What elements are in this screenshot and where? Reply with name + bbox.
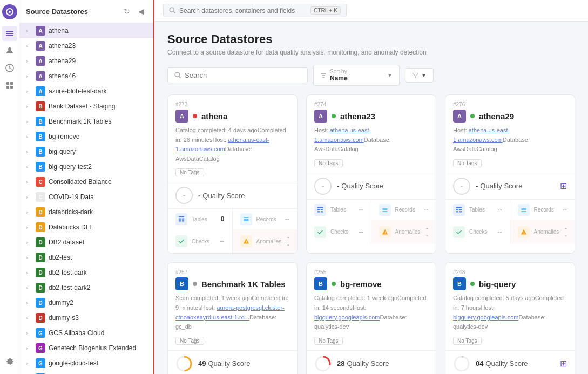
- svg-text:!: !: [384, 231, 386, 234]
- sidebar-item[interactable]: › C Consolidated Balance: [19, 174, 153, 189]
- records-icon: [379, 204, 391, 216]
- sidebar-item-label: DB2 dataset: [49, 239, 149, 246]
- sidebar-chevron-icon: ›: [26, 164, 32, 170]
- sidebar-item-ds-icon: A: [36, 56, 45, 66]
- distribute-button[interactable]: ⊞: [560, 181, 567, 191]
- sidebar-item[interactable]: › D dummy-s3: [19, 310, 153, 325]
- svg-rect-9: [6, 86, 9, 89]
- tables-cell: Tables 0: [168, 209, 233, 229]
- svg-rect-29: [321, 209, 323, 210]
- checks-cell: Checks --: [307, 220, 371, 244]
- card-header: #257 B Benchmark 1K Tables Scan complete…: [168, 263, 297, 350]
- sidebar-chevron-icon: ›: [26, 89, 32, 94]
- sidebar-item-label: COVID-19 Data: [49, 193, 149, 201]
- sidebar-item[interactable]: › B bg-remove: [19, 129, 153, 144]
- sidebar-item[interactable]: › A athena23: [19, 38, 153, 53]
- sidebar-item-label: db2-test: [49, 254, 149, 261]
- sidebar-item[interactable]: › D DB2 dataset: [19, 235, 153, 250]
- card-meta: Catalog completed: 4 days agoCompleted i…: [175, 126, 289, 164]
- sidebar-item[interactable]: › D db2-test: [19, 250, 153, 265]
- anomalies-cell: ! Anomalies --: [510, 220, 575, 244]
- sidebar-chevron-icon: ›: [26, 119, 32, 125]
- card-tags: No Tags: [453, 159, 567, 167]
- card-status-dot: [332, 282, 336, 286]
- sidebar-item[interactable]: › G GCS Alibaba Cloud: [19, 325, 153, 341]
- tables-icon: [314, 204, 326, 216]
- datastore-card[interactable]: #257 B Benchmark 1K Tables Scan complete…: [167, 262, 298, 374]
- tables-cell: Tables --: [445, 200, 510, 220]
- card-ds-icon: A: [314, 110, 327, 123]
- sidebar-item[interactable]: › A athena: [19, 23, 153, 38]
- card-header: #276 A athena29 Host: athena.us-east-1.a…: [445, 95, 575, 173]
- datastore-card[interactable]: #255 B bg-remove Catalog completed: 1 we…: [306, 262, 436, 374]
- quality-circle: -: [314, 178, 332, 195]
- card-tags: No Tags: [453, 336, 567, 345]
- nav-settings[interactable]: [2, 355, 17, 370]
- sidebar-item-ds-icon: D: [36, 268, 45, 277]
- search-box[interactable]: [167, 67, 308, 83]
- sidebar-item[interactable]: › D databricks-dark: [19, 205, 153, 220]
- filter-button[interactable]: ▼: [405, 68, 434, 83]
- icon-bar: [0, 0, 19, 374]
- svg-rect-19: [179, 219, 181, 220]
- sort-select[interactable]: Sort by Name ▼: [313, 65, 400, 86]
- sidebar-item[interactable]: › B big-query-test2: [19, 159, 153, 174]
- card-header: #248 B big-query Catalog completed: 5 da…: [445, 263, 575, 350]
- nav-activity[interactable]: [2, 60, 17, 76]
- sidebar-item-label: db2-test-dark2: [49, 284, 149, 291]
- sidebar-item[interactable]: › C COVID-19 Data: [19, 189, 153, 205]
- sidebar-chevron-icon: ›: [26, 285, 32, 291]
- datastore-card[interactable]: #274 A athena23 Host: athena.us-east-1.a…: [306, 94, 436, 254]
- sidebar-item-ds-icon: D: [36, 283, 45, 293]
- sidebar-item-label: Benchmark 1K Tables: [49, 118, 149, 125]
- datastore-card[interactable]: #276 A athena29 Host: athena.us-east-1.a…: [445, 94, 575, 254]
- tables-label: Tables: [469, 207, 485, 213]
- sidebar-item[interactable]: › A azure-blob-test-dark: [19, 84, 153, 99]
- sidebar-item[interactable]: › B big-query: [19, 144, 153, 159]
- page-title: Source Datastores: [167, 32, 575, 46]
- svg-rect-36: [456, 207, 462, 208]
- sidebar-item-ds-icon: B: [36, 162, 45, 172]
- topbar-search-box[interactable]: CTRL + K: [163, 4, 347, 17]
- svg-line-14: [179, 77, 181, 78]
- anomalies-value: --: [424, 225, 428, 240]
- checks-icon: [314, 226, 326, 238]
- card-meta: Scan completed: 1 week agoCompleted in: …: [175, 294, 289, 331]
- sidebar-chevron-icon: ›: [26, 300, 32, 306]
- sidebar-item-ds-icon: D: [36, 237, 45, 247]
- nav-catalog[interactable]: [2, 78, 17, 93]
- checks-label: Checks: [192, 239, 209, 244]
- sidebar-item-label: big-query: [49, 148, 149, 155]
- records-label: Records: [256, 216, 276, 222]
- datastore-card[interactable]: #248 B big-query Catalog completed: 5 da…: [445, 262, 575, 374]
- datastore-card[interactable]: #273 A athena Catalog completed: 4 days …: [167, 94, 298, 254]
- sidebar-item-label: azure-blob-test-dark: [49, 87, 149, 95]
- sidebar-item[interactable]: › D db2-test-dark: [19, 265, 153, 280]
- sidebar-item[interactable]: › G Genetech Biogenius Extended: [19, 341, 153, 356]
- card-name-row: A athena23: [314, 110, 428, 123]
- search-input[interactable]: [185, 71, 301, 79]
- nav-datastores[interactable]: [2, 26, 17, 41]
- collapse-button[interactable]: ◀: [135, 5, 147, 17]
- sidebar-item[interactable]: › G google_cloud_test2: [19, 371, 153, 374]
- sidebar-item-ds-icon: A: [36, 86, 45, 96]
- sidebar-item[interactable]: › B Bank Dataset - Staging: [19, 99, 153, 114]
- checks-cell: Checks --: [445, 220, 510, 244]
- sidebar-item[interactable]: › D db2-test-dark2: [19, 280, 153, 295]
- sidebar-item[interactable]: › G google-cloud-test: [19, 356, 153, 371]
- topbar-search-input[interactable]: [179, 7, 307, 15]
- sidebar-item[interactable]: › B Benchmark 1K Tables: [19, 114, 153, 129]
- nav-users[interactable]: [2, 43, 17, 58]
- sidebar-item[interactable]: › D dummy2: [19, 295, 153, 310]
- sidebar-chevron-icon: ›: [26, 209, 32, 215]
- sidebar-chevron-icon: ›: [26, 345, 32, 351]
- sidebar-item[interactable]: › A athena46: [19, 69, 153, 84]
- distribute-button[interactable]: ⊞: [560, 358, 567, 369]
- sidebar-item[interactable]: › A athena29: [19, 53, 153, 69]
- sidebar-item[interactable]: › D Databricks DLT: [19, 220, 153, 235]
- checks-value: --: [359, 228, 363, 236]
- quality-score-num: 28: [337, 359, 344, 368]
- card-tags: No Tags: [175, 336, 289, 345]
- card-status-dot: [193, 282, 197, 286]
- refresh-button[interactable]: ↻: [121, 5, 133, 17]
